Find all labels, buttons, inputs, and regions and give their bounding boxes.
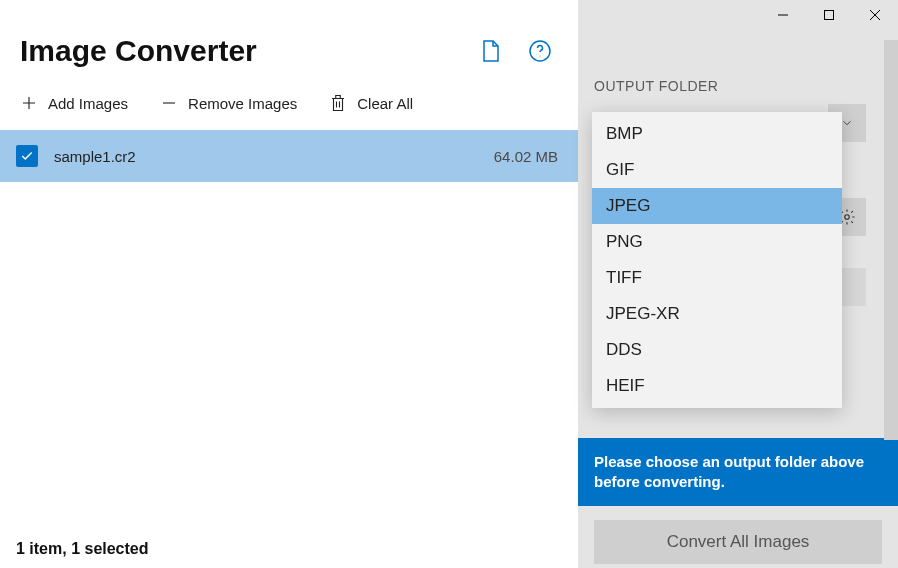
file-size: 64.02 MB (494, 148, 558, 165)
format-option-heif[interactable]: HEIF (592, 368, 842, 404)
help-icon[interactable] (528, 39, 552, 63)
format-option-bmp[interactable]: BMP (592, 116, 842, 152)
list-item[interactable]: sample1.cr2 64.02 MB (0, 130, 578, 182)
remove-images-button[interactable]: Remove Images (160, 94, 297, 112)
maximize-button[interactable] (806, 0, 852, 30)
format-option-jpeg[interactable]: JPEG (592, 188, 842, 224)
format-option-gif[interactable]: GIF (592, 152, 842, 188)
add-images-label: Add Images (48, 95, 128, 112)
svg-rect-2 (825, 11, 834, 20)
warning-banner: Please choose an output folder above bef… (578, 438, 898, 507)
format-option-png[interactable]: PNG (592, 224, 842, 260)
convert-button[interactable]: Convert All Images (594, 520, 882, 564)
remove-images-label: Remove Images (188, 95, 297, 112)
clear-all-button[interactable]: Clear All (329, 94, 413, 112)
format-option-dds[interactable]: DDS (592, 332, 842, 368)
format-option-jpegxr[interactable]: JPEG-XR (592, 296, 842, 332)
file-name: sample1.cr2 (54, 148, 494, 165)
format-option-tiff[interactable]: TIFF (592, 260, 842, 296)
status-bar: 1 item, 1 selected (0, 540, 578, 568)
output-folder-label: OUTPUT FOLDER (594, 78, 882, 94)
checkbox-icon[interactable] (16, 145, 38, 167)
clear-all-label: Clear All (357, 95, 413, 112)
minimize-button[interactable] (760, 0, 806, 30)
app-title: Image Converter (20, 34, 478, 68)
svg-point-1 (540, 56, 541, 57)
file-list: sample1.cr2 64.02 MB (0, 130, 578, 540)
close-button[interactable] (852, 0, 898, 30)
format-dropdown[interactable]: BMP GIF JPEG PNG TIFF JPEG-XR DDS HEIF (592, 112, 842, 408)
add-images-button[interactable]: Add Images (20, 94, 128, 112)
document-icon[interactable] (478, 39, 502, 63)
scrollbar[interactable] (884, 40, 898, 440)
svg-point-3 (845, 215, 850, 220)
